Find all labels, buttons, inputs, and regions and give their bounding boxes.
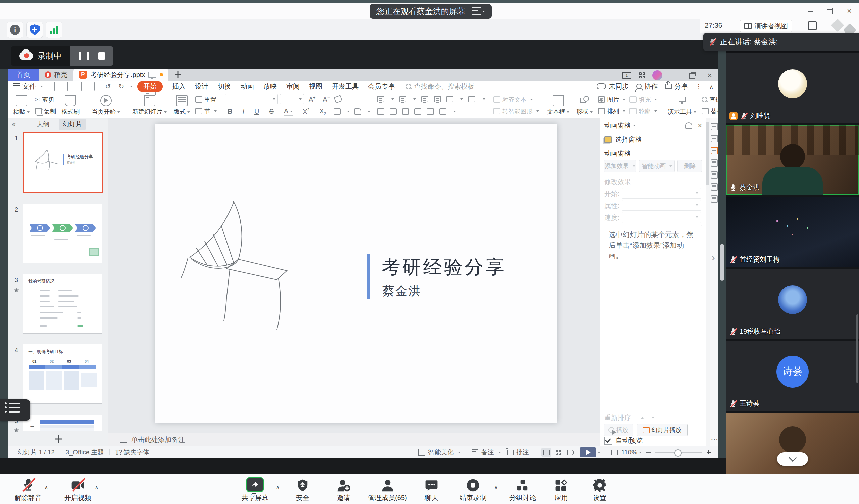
slide-play-button[interactable]: 幻灯片播放 bbox=[636, 424, 688, 436]
wps-restore-button[interactable] bbox=[687, 71, 697, 80]
stop-record-button[interactable]: 结束录制 bbox=[444, 477, 502, 502]
current-slide[interactable]: 考研经验分享 蔡金洪 bbox=[155, 124, 557, 423]
fill-button[interactable]: 填充 bbox=[628, 95, 658, 104]
normal-view-button[interactable] bbox=[541, 448, 551, 457]
animation-panel-icon[interactable] bbox=[711, 147, 718, 155]
more-options-icon[interactable] bbox=[695, 82, 702, 91]
video-options-chevron[interactable] bbox=[95, 484, 99, 491]
justify-icon[interactable] bbox=[415, 108, 421, 115]
properties-panel-icon[interactable] bbox=[711, 123, 718, 130]
sort-icon[interactable] bbox=[468, 96, 476, 102]
command-search[interactable]: 查找命令、搜索模板 bbox=[406, 82, 474, 91]
collaborate-button[interactable]: 协作 bbox=[636, 82, 658, 91]
print-button[interactable] bbox=[77, 83, 86, 90]
stop-recording-button[interactable] bbox=[98, 52, 105, 60]
align-center-icon[interactable] bbox=[390, 108, 397, 115]
participant-tile[interactable]: 首经贸刘玉梅 bbox=[726, 197, 859, 267]
align-left-icon[interactable] bbox=[377, 108, 384, 115]
close-pane-icon[interactable]: × bbox=[698, 121, 702, 130]
menu-animation[interactable]: 动画 bbox=[241, 82, 254, 91]
layout-button[interactable]: 版式 bbox=[171, 94, 193, 117]
fit-slide-icon[interactable] bbox=[612, 450, 618, 455]
beautify-button[interactable]: 智能美化 bbox=[418, 448, 461, 457]
sync-status-button[interactable]: 未同步 bbox=[597, 82, 629, 91]
replace-button[interactable]: 替换 bbox=[700, 107, 718, 115]
menu-insert[interactable]: 插入 bbox=[172, 82, 185, 91]
participant-tile[interactable]: 诗荟 王诗荟 bbox=[726, 341, 859, 411]
new-tab-button[interactable] bbox=[174, 71, 182, 79]
close-button[interactable]: × bbox=[844, 7, 854, 15]
zoom-out-button[interactable] bbox=[646, 452, 651, 453]
play-options-icon[interactable] bbox=[598, 452, 600, 453]
format-painter-button[interactable]: 格式刷 bbox=[59, 94, 82, 117]
present-tools-button[interactable]: 演示工具 bbox=[665, 94, 699, 117]
cut-button[interactable]: 剪切 bbox=[33, 95, 57, 104]
annotation-toolbar-handle[interactable] bbox=[0, 399, 30, 421]
menu-review[interactable]: 审阅 bbox=[286, 82, 300, 91]
slide-thumbnail-5[interactable]: 二、 bbox=[23, 415, 102, 431]
expand-view-icon[interactable] bbox=[808, 21, 817, 30]
section-button[interactable]: 节 bbox=[194, 107, 218, 115]
font-size-select[interactable] bbox=[280, 94, 304, 104]
menu-design[interactable]: 设计 bbox=[195, 82, 208, 91]
menu-file[interactable]: 文件 bbox=[9, 82, 48, 91]
add-slide-button[interactable] bbox=[54, 434, 63, 444]
share-button[interactable]: 分享 bbox=[665, 82, 688, 91]
slide-thumbnail-2[interactable] bbox=[23, 204, 102, 263]
font-family-select[interactable] bbox=[225, 94, 278, 104]
new-slide-button[interactable]: 新建幻灯片 bbox=[130, 94, 169, 117]
switch-window-icon[interactable]: 1 bbox=[622, 72, 632, 79]
auto-preview-checkbox[interactable] bbox=[604, 437, 612, 445]
notes-toggle-button[interactable]: 备注 bbox=[472, 448, 501, 457]
auto-preview-row[interactable]: 自动预览 bbox=[604, 436, 643, 445]
participant-tile[interactable]: 刘唯贤 bbox=[726, 53, 859, 123]
highlight-icon[interactable] bbox=[355, 108, 361, 115]
play-from-page-button[interactable]: 当页开始 bbox=[89, 94, 123, 117]
participants-scrollbar-thumb[interactable] bbox=[856, 314, 858, 383]
line-spacing-icon[interactable] bbox=[439, 108, 446, 115]
reset-button[interactable]: 重置 bbox=[194, 95, 218, 104]
pinyin-icon[interactable] bbox=[333, 108, 341, 115]
paste-button[interactable]: 粘贴 bbox=[11, 94, 32, 117]
participant-tile[interactable]: 19税收马心怡 bbox=[726, 269, 859, 339]
workspace-grid-icon[interactable] bbox=[639, 73, 645, 78]
network-status-button[interactable] bbox=[46, 22, 62, 38]
clear-format-icon[interactable] bbox=[333, 95, 342, 103]
textbox-button[interactable]: 文本框 bbox=[544, 94, 572, 117]
sidebar-more-icon[interactable] bbox=[711, 435, 718, 444]
reading-view-button[interactable] bbox=[566, 448, 575, 457]
delete-effect-button[interactable]: 删除 bbox=[677, 160, 702, 172]
sorter-view-button[interactable] bbox=[553, 448, 563, 457]
menu-transition[interactable]: 切换 bbox=[218, 82, 231, 91]
account-avatar[interactable] bbox=[652, 70, 662, 80]
undo-button[interactable] bbox=[104, 83, 112, 90]
picture-button[interactable]: 图片 bbox=[597, 95, 627, 104]
speed-select[interactable] bbox=[622, 212, 701, 223]
increase-indent-icon[interactable] bbox=[434, 96, 441, 102]
distribute-icon[interactable] bbox=[427, 108, 434, 115]
zoom-slider[interactable] bbox=[655, 452, 702, 453]
slideshow-play-button[interactable] bbox=[580, 447, 596, 457]
tab-outline[interactable]: 大纲 bbox=[32, 119, 54, 130]
wps-minimize-button[interactable] bbox=[670, 71, 680, 80]
number-list-icon[interactable] bbox=[399, 96, 406, 102]
menu-view[interactable]: 视图 bbox=[309, 82, 322, 91]
menu-start-active[interactable]: 开始 bbox=[137, 81, 163, 92]
meeting-security-button[interactable] bbox=[26, 22, 43, 38]
superscript-button[interactable]: X2 bbox=[303, 108, 310, 115]
collapse-panel-icon[interactable] bbox=[12, 120, 16, 129]
quickbar-more-icon[interactable] bbox=[130, 86, 133, 88]
pin-icon[interactable] bbox=[685, 122, 692, 129]
find-button[interactable]: 查找 bbox=[700, 95, 718, 104]
zoom-knob[interactable] bbox=[675, 450, 682, 457]
subscript-button[interactable]: X2 bbox=[319, 107, 326, 116]
select-pane-button[interactable]: 选择窗格 bbox=[604, 135, 642, 144]
scroll-participants-down-button[interactable] bbox=[777, 452, 808, 466]
panel-scrollbar-handle[interactable] bbox=[720, 244, 724, 281]
audio-options-chevron[interactable] bbox=[44, 484, 48, 491]
banner-menu-button[interactable] bbox=[472, 7, 485, 15]
to-smart-graphic-button[interactable]: 转智能图形 bbox=[492, 107, 540, 115]
decrease-font-button[interactable]: A− bbox=[323, 95, 330, 103]
zoom-in-button[interactable] bbox=[706, 450, 711, 455]
slide-thumbnail-3[interactable]: 我的考研情况 bbox=[23, 274, 102, 334]
